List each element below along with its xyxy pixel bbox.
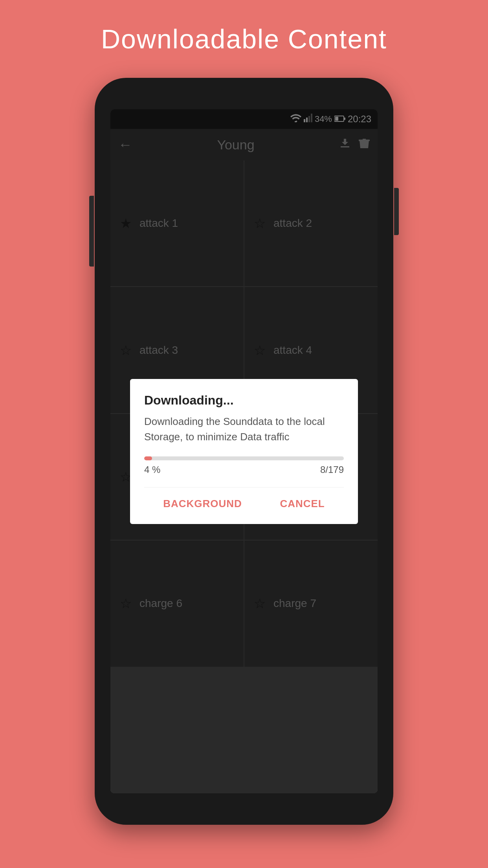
- progress-percent-label: 4 %: [144, 464, 160, 475]
- progress-bar-container: [144, 456, 344, 460]
- cancel-button[interactable]: CANCEL: [270, 491, 334, 516]
- phone-shell: 34% 20:23 ← Young: [95, 78, 393, 825]
- dialog-message: Downloading the Sounddata to the local S…: [144, 414, 344, 445]
- page-title: Downloadable Content: [101, 24, 387, 54]
- progress-stats: 4 % 8/179: [144, 464, 344, 475]
- dialog-title: Downloading...: [144, 393, 344, 408]
- dialog-overlay: Downloading... Downloading the Sounddata…: [110, 109, 378, 793]
- progress-count-label: 8/179: [320, 464, 344, 475]
- background-button[interactable]: BACKGROUND: [154, 491, 251, 516]
- phone-screen: 34% 20:23 ← Young: [110, 109, 378, 793]
- progress-bar-fill: [144, 456, 152, 460]
- dialog-buttons: BACKGROUND CANCEL: [144, 487, 344, 516]
- download-dialog: Downloading... Downloading the Sounddata…: [130, 379, 358, 524]
